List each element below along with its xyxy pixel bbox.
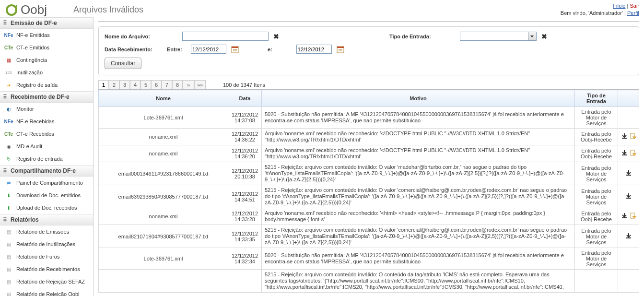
th-nome[interactable]: Nome bbox=[99, 90, 228, 107]
rel-inutil-icon: ▤ bbox=[5, 240, 12, 248]
sidebar-item-label: Relatório de Recebimentos bbox=[16, 266, 80, 272]
sidebar-item-rel-emissoes[interactable]: ▤Relatório de Emissões bbox=[0, 225, 93, 238]
sidebar-item-cte-emitidos[interactable]: CTeCT-e Emitidos bbox=[0, 41, 93, 54]
cell-motivo: Arquivo 'noname.xml' recebido não reconh… bbox=[262, 145, 575, 162]
calendar-icon[interactable] bbox=[231, 46, 239, 53]
sidebar-item-contingencia[interactable]: ▦Contingência bbox=[0, 54, 93, 66]
download-icon[interactable] bbox=[625, 193, 632, 201]
sidebar-group-label: Emissão de DF-e bbox=[11, 20, 57, 26]
sidebar-item-nfe-emitidas[interactable]: NFeNF-e Emitidas bbox=[0, 29, 93, 41]
cell-data: 12/12/2012 14:36:22 bbox=[228, 129, 262, 145]
th-data[interactable]: Data bbox=[228, 90, 262, 107]
cell-actions bbox=[618, 208, 639, 225]
sidebar-item-rel-recebimentos[interactable]: ▤Relatório de Recebimentos bbox=[0, 263, 93, 275]
sidebar-item-upload-doc[interactable]: ⬆Upload de Doc. recebidos bbox=[0, 201, 93, 214]
cell-motivo: 5020 - Substituição não permitida: A ME … bbox=[262, 107, 575, 129]
sidebar-item-painel-compart[interactable]: ⇄Painel de Compartilhamento bbox=[0, 177, 93, 189]
pager-next[interactable]: » bbox=[183, 80, 194, 89]
sidebar-item-inutilizacao[interactable]: 123Inutilização bbox=[0, 66, 93, 79]
link-sair[interactable]: Sair bbox=[630, 3, 639, 9]
sidebar-item-label: Monitor bbox=[16, 106, 34, 112]
input-data-inicio[interactable] bbox=[191, 45, 226, 54]
sidebar-group[interactable]: ⠿Emissão de DF-e bbox=[0, 17, 93, 29]
sidebar: ⠿Emissão de DF-eNFeNF-e EmitidasCTeCT-e … bbox=[0, 17, 94, 296]
cte-emitidos-icon: CTe bbox=[5, 44, 12, 51]
download-icon[interactable] bbox=[621, 133, 628, 141]
sidebar-item-registro-entrada[interactable]: ↻Registro de entrada bbox=[0, 153, 93, 165]
sidebar-item-mde-audit[interactable]: ◉MD-e Audit bbox=[0, 140, 93, 153]
cell-data: 12/12/2012 14:36:20 bbox=[228, 145, 262, 162]
input-data-fim[interactable] bbox=[296, 45, 332, 54]
cell-data: 12/12/2012 20:10:38 bbox=[228, 162, 262, 185]
sidebar-item-label: Inutilização bbox=[16, 70, 43, 75]
cell-tipo: Entrada pelo Oobj-Recebe bbox=[575, 208, 618, 225]
cell-motivo: 5215 - Rejeição: arquivo com conteúdo in… bbox=[262, 185, 575, 208]
monitor-icon: ◐ bbox=[5, 105, 12, 113]
sidebar-item-registro-saida[interactable]: ➜Registro de saída bbox=[0, 79, 93, 91]
cell-tipo: Entrada pelo Oobj-Recebe bbox=[575, 129, 618, 145]
sidebar-item-rel-rej-oobj[interactable]: ▤Relatório de Rejeição Oobj bbox=[0, 288, 93, 296]
sidebar-item-rel-inutil[interactable]: ▤Relatório de Inutilizações bbox=[0, 238, 93, 250]
cell-tipo bbox=[575, 270, 618, 293]
clear-tipo-icon[interactable]: ✖ bbox=[541, 33, 547, 40]
cell-data: 12/12/2012 14:33:35 bbox=[228, 225, 262, 248]
cell-tipo: Entrada pelo Motor de Serviços bbox=[575, 107, 618, 129]
cell-nome: noname.xml bbox=[99, 145, 228, 162]
table-row: Lote-369761.xml12/12/2012 14:37:085020 -… bbox=[99, 107, 639, 129]
input-nome-arquivo[interactable] bbox=[182, 32, 269, 41]
cell-nome bbox=[99, 270, 228, 293]
sidebar-group[interactable]: ⠿Relatórios bbox=[0, 214, 93, 225]
calendar-icon[interactable] bbox=[337, 46, 344, 53]
download-icon[interactable] bbox=[625, 233, 632, 240]
pager-last[interactable]: »» bbox=[194, 80, 206, 89]
download-icon[interactable] bbox=[625, 170, 632, 178]
table-row: email821071804#93085777000187.txt12/12/2… bbox=[99, 225, 639, 248]
contingencia-icon: ▦ bbox=[5, 56, 12, 64]
pager-page[interactable]: 2 bbox=[109, 80, 119, 89]
sidebar-group[interactable]: ⠿Compartilhamento DF-e bbox=[0, 165, 93, 177]
pager-page[interactable]: 7 bbox=[162, 80, 172, 89]
nfe-recebidas-icon: NFe bbox=[5, 118, 12, 125]
pager-page[interactable]: 8 bbox=[172, 80, 183, 89]
clear-nome-icon[interactable]: ✖ bbox=[273, 33, 279, 40]
cell-data bbox=[228, 270, 262, 293]
sidebar-group[interactable]: ⠿Recebimento de DF-e bbox=[0, 91, 93, 103]
sidebar-item-monitor[interactable]: ◐Monitor bbox=[0, 103, 93, 115]
dots-icon: ⠿ bbox=[3, 167, 8, 174]
pager-page[interactable]: 1 bbox=[98, 80, 109, 89]
sidebar-item-download-doc[interactable]: ⬇Download de Doc. emitidos bbox=[0, 189, 93, 201]
doc-warn-icon[interactable] bbox=[630, 213, 636, 220]
download-icon[interactable] bbox=[621, 150, 628, 157]
pager-page[interactable]: 4 bbox=[130, 80, 141, 89]
upload-doc-icon: ⬆ bbox=[5, 204, 12, 212]
sidebar-item-label: MD-e Audit bbox=[16, 143, 42, 149]
rel-rej-oobj-icon: ▤ bbox=[5, 290, 12, 296]
link-perfil[interactable]: Perfil bbox=[627, 10, 639, 16]
th-tipo[interactable]: Tipo de Entrada bbox=[575, 90, 618, 107]
page-title: Arquivos Inválidos bbox=[73, 5, 143, 15]
sidebar-item-cte-recebidos[interactable]: CTeCT-e Recebidos bbox=[0, 128, 93, 140]
cell-motivo: 5215 - Rejeição: arquivo com conteúdo in… bbox=[262, 225, 575, 248]
svg-rect-6 bbox=[337, 47, 344, 48]
pager-page[interactable]: 3 bbox=[119, 80, 130, 89]
welcome-text: Bem vindo, 'Administrador' | bbox=[561, 10, 627, 16]
download-icon[interactable] bbox=[621, 213, 628, 220]
sidebar-item-nfe-recebidas[interactable]: NFeNF-e Recebidas bbox=[0, 115, 93, 128]
dots-icon: ⠿ bbox=[3, 20, 8, 26]
sidebar-item-label: Relatório de Inutilizações bbox=[16, 241, 75, 247]
cell-tipo: Entrada pelo Oobj-Recebe bbox=[575, 145, 618, 162]
consultar-button[interactable]: Consultar bbox=[105, 58, 141, 69]
sidebar-item-rel-rej-sefaz[interactable]: ▤Relatório de Rejeição SEFAZ bbox=[0, 275, 93, 288]
pager-page[interactable]: 5 bbox=[141, 80, 151, 89]
pager-page[interactable]: 6 bbox=[151, 80, 162, 89]
divider bbox=[98, 21, 639, 22]
sidebar-item-label: Relatório de Furos bbox=[16, 254, 60, 260]
doc-warn-icon[interactable] bbox=[630, 133, 636, 141]
sidebar-item-label: Painel de Compartilhamento bbox=[16, 180, 83, 186]
select-tipo-entrada[interactable] bbox=[460, 32, 537, 41]
rel-emissoes-icon: ▤ bbox=[5, 228, 12, 236]
link-inicio[interactable]: Início bbox=[613, 3, 625, 9]
th-motivo[interactable]: Motivo bbox=[262, 90, 575, 107]
sidebar-item-rel-furos[interactable]: ▤Relatório de Furos bbox=[0, 250, 93, 263]
doc-warn-icon[interactable] bbox=[630, 150, 636, 157]
